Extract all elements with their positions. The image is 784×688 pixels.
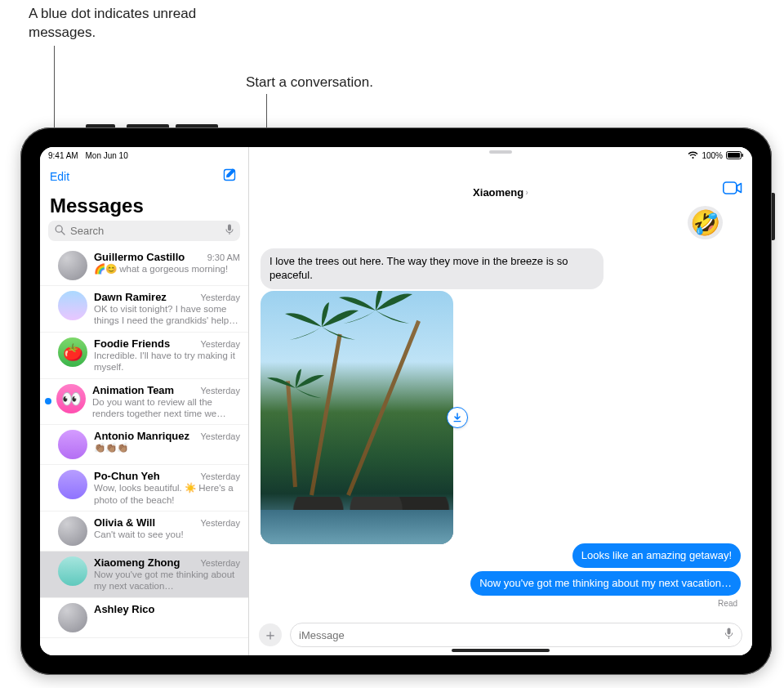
edit-button[interactable]: Edit [50,170,69,183]
chevron-right-icon: › [525,187,528,197]
avatar [58,430,87,459]
battery-percent: 100% [702,151,723,160]
conversation-row[interactable]: Xiaomeng ZhongYesterdayNow you've got me… [40,552,248,598]
outgoing-message[interactable]: Looks like an amazing getaway! [572,543,741,568]
conversation-time: 9:30 AM [207,252,240,262]
svg-rect-2 [742,154,744,157]
svg-rect-1 [728,153,740,158]
sidebar-title: Messages [40,190,248,221]
conversation-row[interactable]: 👀Animation TeamYesterdayDo you want to r… [40,379,248,426]
conversation-name: Ashley Rico [94,603,154,615]
status-bar: 9:41 AM Mon Jun 10 100% [40,147,752,162]
conversation-name: Guillermo Castillo [94,251,185,263]
avatar [58,556,87,586]
svg-rect-6 [228,225,231,231]
read-receipt: Read [718,599,741,608]
tapback-emoji: 🤣 [690,209,720,236]
conversation-body: Olivia & WillYesterdayCan't wait to see … [94,516,240,540]
conversation-body: Antonio ManriquezYesterday👏🏽👏🏽👏🏽 [94,430,240,453]
conversation-preview: Can't wait to see you! [94,529,240,540]
avatar [58,603,87,632]
conversation-list[interactable]: Guillermo Castillo9:30 AM🌈😊 what a gorge… [40,246,248,655]
conversation-name: Dawn Ramirez [94,291,167,303]
search-box[interactable] [48,221,240,241]
conversation-body: Xiaomeng ZhongYesterdayNow you've got me… [94,556,240,592]
conversation-time: Yesterday [200,471,240,481]
battery-icon [726,151,744,159]
wifi-icon [688,151,698,159]
conversation-preview: Wow, looks beautiful. ☀️ Here's a photo … [94,482,240,506]
avatar [58,516,87,546]
conversation-preview: 👏🏽👏🏽👏🏽 [94,442,240,453]
contact-header[interactable]: Xiaomeng › [473,186,528,199]
message-input[interactable] [299,629,718,641]
conversation-preview: 🌈😊 what a gorgeous morning! [94,263,240,275]
svg-line-5 [61,231,65,235]
avatar [58,291,87,320]
conversation-body: Guillermo Castillo9:30 AM🌈😊 what a gorge… [94,251,240,275]
conversation-time: Yesterday [200,293,240,302]
conversation-time: Yesterday [200,558,240,568]
conversation-time: Yesterday [200,431,240,441]
download-icon [452,412,463,423]
conversation-preview: Do you want to review all the renders to… [92,396,240,420]
compose-icon [222,167,238,183]
dictate-icon[interactable] [724,628,733,642]
conversation-row[interactable]: Guillermo Castillo9:30 AM🌈😊 what a gorge… [40,246,248,286]
conversation-name: Antonio Manriquez [94,430,189,442]
callout-compose: Start a conversation. [246,74,373,92]
home-indicator[interactable] [452,649,550,652]
incoming-message[interactable]: I love the trees out here. The way they … [261,248,604,289]
callout-unread: A blue dot indicates unread messages. [29,5,241,42]
download-photo-button[interactable] [447,407,468,428]
conversation-name: Olivia & Will [94,516,155,529]
conversation-body: Foodie FriendsYesterdayIncredible. I'll … [94,337,240,373]
status-time: 9:41 AM [48,151,78,160]
conversation-body: Dawn RamirezYesterdayOK to visit tonight… [94,291,240,327]
conversation-preview: Now you've got me thinking about my next… [94,569,240,592]
conversation-row[interactable]: Dawn RamirezYesterdayOK to visit tonight… [40,286,248,333]
apps-plus-button[interactable]: ＋ [259,623,282,646]
svg-rect-9 [454,421,461,422]
screen: 9:41 AM Mon Jun 10 100% Edit [40,147,752,655]
conversation-row[interactable]: Ashley Rico [40,598,248,638]
conversations-sidebar: Edit Messages Guillermo Castillo9 [40,147,249,655]
conversation-name: Foodie Friends [94,337,170,350]
avatar: 👀 [56,384,86,413]
conversation-row[interactable]: 🍅Foodie FriendsYesterdayIncredible. I'll… [40,333,248,379]
unread-dot [45,398,51,404]
conversation-row[interactable]: Olivia & WillYesterdayCan't wait to see … [40,512,248,552]
plus-icon: ＋ [263,625,278,645]
message-field[interactable] [290,623,742,647]
dictate-icon[interactable] [225,224,234,238]
conversation-name: Xiaomeng Zhong [94,556,180,569]
chat-scroll[interactable]: 🤣 I love the trees out here. The way the… [249,203,752,618]
video-icon [723,181,742,194]
conversation-body: Animation TeamYesterdayDo you want to re… [92,384,240,420]
incoming-photo[interactable] [261,291,453,544]
status-date: Mon Jun 10 [85,151,127,160]
compose-button[interactable] [220,165,240,188]
svg-rect-8 [724,182,737,194]
conversation-name: Animation Team [92,384,174,396]
conversation-name: Po-Chun Yeh [94,470,160,482]
svg-rect-10 [728,628,731,635]
outgoing-message[interactable]: Now you've got me thinking about my next… [470,571,741,596]
conversation-time: Yesterday [200,518,240,528]
conversation-body: Po-Chun YehYesterdayWow, looks beautiful… [94,470,240,506]
conversation-body: Ashley Rico [94,603,240,615]
conversation-time: Yesterday [200,339,240,349]
search-input[interactable] [70,225,220,237]
tapback-reaction[interactable]: 🤣 [688,206,723,239]
ipad-frame: 9:41 AM Mon Jun 10 100% Edit [20,127,772,675]
conversation-time: Yesterday [200,386,240,395]
avatar: 🍅 [58,337,87,367]
avatar [58,470,87,499]
chat-panel: Xiaomeng › 🤣 I love the trees out here. … [249,147,752,655]
avatar [58,251,87,280]
conversation-row[interactable]: Po-Chun YehYesterdayWow, looks beautiful… [40,465,248,512]
conversation-row[interactable]: Antonio ManriquezYesterday👏🏽👏🏽👏🏽 [40,425,248,465]
search-icon [55,225,65,238]
facetime-button[interactable] [723,181,742,198]
conversation-preview: Incredible. I'll have to try making it m… [94,350,240,373]
